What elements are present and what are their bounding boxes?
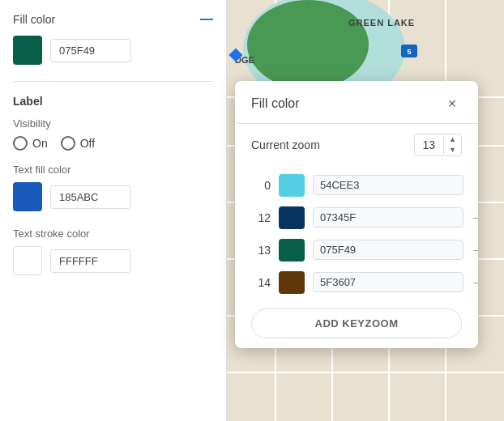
visibility-off-option[interactable]: Off: [61, 136, 95, 151]
keyzoom-input-14[interactable]: [313, 272, 463, 292]
fill-color-row: [13, 36, 213, 65]
popup-close-button[interactable]: ×: [442, 94, 462, 113]
keyzoom-input-13[interactable]: [313, 240, 463, 260]
collapse-icon[interactable]: [200, 19, 213, 20]
fill-color-swatch[interactable]: [13, 36, 42, 65]
fill-color-popup: Fill color × Current zoom 13 ▲ ▼ 0: [235, 81, 478, 348]
left-panel: Fill color Label Visibility On Off Text …: [0, 0, 227, 421]
keyzoom-row-14: 14 —: [251, 266, 462, 299]
radio-off-circle: [61, 136, 75, 151]
fill-color-section-header: Fill color: [13, 13, 213, 26]
keyzoom-num-14: 14: [251, 276, 271, 289]
visibility-on-option[interactable]: On: [13, 136, 48, 151]
text-fill-label: Text fill color: [13, 164, 213, 176]
popup-header: Fill color ×: [235, 81, 478, 124]
zoom-row: Current zoom 13 ▲ ▼: [251, 134, 462, 156]
add-keyzoom-button[interactable]: ADD KEYZOOM: [251, 308, 462, 338]
label-heading: Label: [13, 95, 213, 108]
keyzoom-swatch-14[interactable]: [279, 271, 305, 294]
keyzoom-dash-14[interactable]: —: [472, 275, 478, 290]
svg-point-12: [247, 0, 369, 89]
svg-text:5: 5: [407, 48, 411, 56]
popup-body: Current zoom 13 ▲ ▼ 0 12: [235, 124, 478, 348]
keyzoom-num-13: 13: [251, 244, 271, 257]
text-fill-swatch[interactable]: [13, 182, 42, 211]
text-fill-color-row: [13, 182, 213, 211]
zoom-up-button[interactable]: ▲: [444, 134, 461, 145]
keyzoom-input-12[interactable]: [313, 207, 463, 228]
radio-on-circle: [13, 136, 28, 151]
keyzoom-table: 0 12 — 13 — 14: [251, 169, 462, 299]
radio-off-label: Off: [80, 137, 95, 150]
fill-color-input[interactable]: [50, 39, 131, 62]
keyzoom-row-12: 12 —: [251, 202, 462, 234]
text-stroke-label: Text stroke color: [13, 228, 213, 240]
keyzoom-row-0: 0: [251, 169, 462, 202]
keyzoom-dash-13[interactable]: —: [472, 243, 478, 257]
fill-color-label: Fill color: [13, 13, 55, 26]
text-stroke-color-row: [13, 246, 213, 275]
map-green-lake-label: GREEN LAKE: [348, 18, 415, 28]
zoom-down-button[interactable]: ▼: [444, 145, 461, 155]
keyzoom-input-0[interactable]: [313, 175, 463, 195]
keyzoom-swatch-13[interactable]: [279, 239, 305, 262]
keyzoom-num-0: 0: [251, 179, 271, 192]
keyzoom-row-13: 13 —: [251, 234, 462, 266]
keyzoom-num-12: 12: [251, 211, 271, 224]
keyzoom-swatch-0[interactable]: [279, 174, 305, 197]
zoom-value: 13: [415, 135, 445, 155]
text-stroke-swatch[interactable]: [13, 246, 42, 275]
zoom-arrows: ▲ ▼: [444, 134, 461, 155]
visibility-label: Visibility: [13, 117, 213, 130]
keyzoom-dash-12[interactable]: —: [472, 210, 478, 225]
zoom-control: 13 ▲ ▼: [414, 134, 463, 156]
divider-1: [13, 81, 213, 82]
keyzoom-swatch-12[interactable]: [279, 206, 305, 229]
radio-on-label: On: [32, 137, 48, 150]
text-stroke-input[interactable]: [50, 249, 131, 273]
text-fill-input[interactable]: [50, 185, 131, 209]
current-zoom-label: Current zoom: [251, 138, 320, 151]
visibility-radio-group: On Off: [13, 136, 213, 151]
popup-title: Fill color: [251, 96, 300, 111]
